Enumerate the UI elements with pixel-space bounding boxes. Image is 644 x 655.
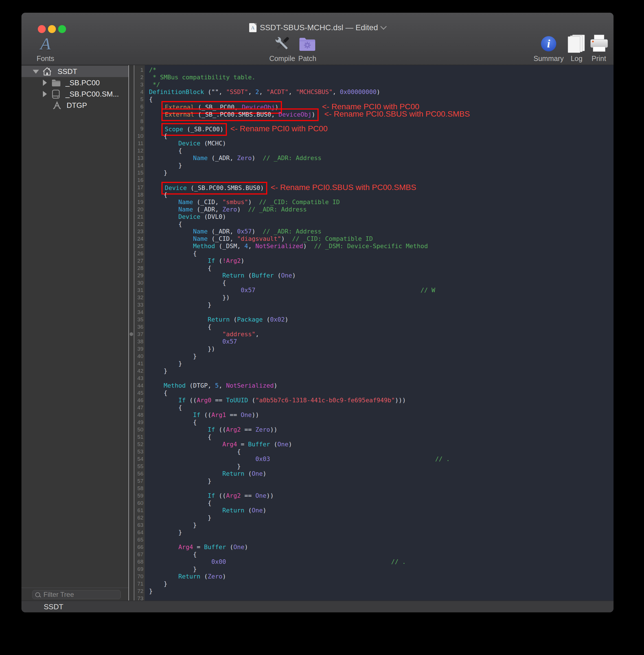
patch-annotation: <- Rename PCI0.SBUS with PC00.SMBS: [324, 110, 470, 118]
code-line[interactable]: {: [145, 250, 614, 257]
sidebar-item-label: DTGP: [67, 101, 87, 110]
code-line[interactable]: If ((Arg2 == Zero)): [145, 426, 614, 433]
code-editor[interactable]: /* * SMBus compatibility table. */Defini…: [145, 65, 614, 602]
code-line[interactable]: Return (Buffer (One): [145, 272, 614, 279]
code-line[interactable]: /*: [145, 66, 614, 74]
device-icon: [52, 90, 60, 99]
code-line[interactable]: "address",: [145, 331, 614, 338]
code-line[interactable]: */: [145, 81, 614, 88]
code-line[interactable]: {: [145, 279, 614, 287]
code-token: (: [274, 272, 281, 279]
code-token: Buffer: [204, 543, 226, 550]
disclosure-collapsed-icon[interactable]: [43, 80, 47, 86]
disclosure-collapsed-icon[interactable]: [43, 91, 47, 97]
code-line[interactable]: If ((Arg2 == One)): [145, 492, 614, 499]
code-line[interactable]: Name (_ADR, Zero) // _ADR: Address: [145, 154, 614, 162]
sidebar-item-sb-pc00-smbs[interactable]: _SB.PC00.SM...: [21, 88, 129, 100]
code-token: One: [255, 492, 267, 499]
fonts-button[interactable]: A Fonts: [23, 34, 68, 63]
code-line[interactable]: Method (_DSM, 4, NotSerialized) // _DSM:…: [145, 243, 614, 250]
patch-button[interactable]: Patch: [285, 34, 330, 63]
code-line[interactable]: {: [145, 147, 614, 154]
code-line[interactable]: }: [145, 580, 614, 588]
code-line[interactable]: {: [145, 433, 614, 441]
print-button[interactable]: Print: [576, 34, 614, 63]
code-line[interactable]: Method (DTGP, 5, NotSerialized): [145, 382, 614, 389]
code-line[interactable]: 0x03 // .: [145, 455, 614, 463]
code-line[interactable]: Device (MCHC): [145, 140, 614, 147]
sidebar-item-ssdt[interactable]: SSDT: [21, 66, 129, 77]
sidebar-item-dtgp[interactable]: DTGP: [21, 100, 129, 111]
code-line[interactable]: {: [145, 389, 614, 397]
code-line[interactable]: {: [145, 265, 614, 272]
code-line[interactable]: 0x00 // .: [145, 558, 614, 565]
code-line[interactable]: DefinitionBlock ("", "SSDT", 2, "ACDT", …: [145, 88, 614, 96]
code-token: One: [277, 441, 289, 448]
code-line[interactable]: Return (One): [145, 470, 614, 477]
code-line[interactable]: }): [145, 345, 614, 353]
code-line[interactable]: }: [145, 521, 614, 529]
code-line[interactable]: }: [145, 565, 614, 573]
code-line[interactable]: Arg4 = Buffer (One): [145, 543, 614, 551]
code-line[interactable]: 0x57: [145, 338, 614, 345]
code-line[interactable]: [145, 485, 614, 492]
sidebar-item-sb-pc00[interactable]: _SB.PC00: [21, 77, 129, 88]
code-line[interactable]: * SMBus compatibility table.: [145, 74, 614, 81]
code-line[interactable]: {: [145, 448, 614, 455]
code-line[interactable]: [145, 309, 614, 316]
code-line[interactable]: {: [145, 419, 614, 426]
code-line[interactable]: External (_SB_.PC00.SMBS.BUS0, DeviceObj…: [145, 110, 614, 118]
code-line[interactable]: }: [145, 477, 614, 485]
code-token: }): [149, 294, 230, 301]
code-line[interactable]: }: [145, 463, 614, 470]
code-line[interactable]: }: [145, 529, 614, 536]
code-line[interactable]: {: [145, 499, 614, 507]
code-line[interactable]: Device (_SB.PC00.SMBS.BUS0)<- Rename PCI…: [145, 184, 614, 191]
code-line[interactable]: Name (_CID, "diagsvault") // _CID: Compa…: [145, 235, 614, 243]
code-line[interactable]: Name (_ADR, Zero) // _ADR: Address: [145, 206, 614, 213]
code-line[interactable]: Arg4 = Buffer (One): [145, 441, 614, 448]
code-line[interactable]: {: [145, 221, 614, 228]
sidebar: SSDT _SB.PC00: [21, 65, 129, 601]
code-token: ): [376, 88, 380, 95]
code-line[interactable]: }: [145, 162, 614, 169]
code-line[interactable]: {: [145, 323, 614, 331]
line-number: 59: [134, 492, 145, 499]
code-token: Buffer: [252, 272, 274, 279]
filter-input[interactable]: [43, 590, 115, 599]
disclosure-expanded-icon[interactable]: [33, 70, 39, 74]
code-line[interactable]: }: [145, 514, 614, 521]
code-line[interactable]: }: [145, 360, 614, 367]
code-line[interactable]: If ((Arg0 == ToUUID ("a0b5b7c6-1318-441c…: [145, 397, 614, 404]
code-line[interactable]: }: [145, 588, 614, 595]
code-line[interactable]: [145, 536, 614, 543]
code-line[interactable]: If (!Arg2): [145, 257, 614, 265]
code-line[interactable]: }): [145, 294, 614, 301]
code-token: [149, 558, 211, 565]
code-token: /*: [149, 66, 156, 73]
code-line[interactable]: Scope (_SB.PC00)<- Rename PCI0 with PC00: [145, 125, 614, 132]
line-number: 32: [134, 294, 145, 301]
code-line[interactable]: 0x57 // W: [145, 287, 614, 294]
code-token: (_SB_.PC00.SMBS.BUS0,: [194, 111, 279, 118]
line-number: 64: [134, 529, 145, 536]
code-token: {: [149, 389, 167, 397]
code-line[interactable]: }: [145, 353, 614, 360]
filter-field[interactable]: [32, 590, 121, 599]
code-line[interactable]: Name (_CID, "smbus") // _CID: Compatible…: [145, 199, 614, 206]
line-number: 39: [134, 345, 145, 353]
breakpoint-dot[interactable]: [130, 332, 133, 336]
title-chevron-icon[interactable]: [381, 23, 387, 30]
code-line[interactable]: }: [145, 367, 614, 375]
code-line[interactable]: {: [145, 551, 614, 558]
code-line[interactable]: }: [145, 301, 614, 309]
code-line[interactable]: If ((Arg1 == One)): [145, 411, 614, 419]
code-line[interactable]: Return (Package (0x02): [145, 316, 614, 323]
code-line[interactable]: Device (DVL0): [145, 213, 614, 221]
code-line[interactable]: Name (_ADR, 0x57) // _ADR: Address: [145, 228, 614, 235]
code-line[interactable]: Return (One): [145, 507, 614, 514]
code-line[interactable]: {: [145, 404, 614, 411]
code-line[interactable]: [145, 375, 614, 382]
code-line[interactable]: }: [145, 169, 614, 177]
code-line[interactable]: Return (Zero): [145, 573, 614, 580]
